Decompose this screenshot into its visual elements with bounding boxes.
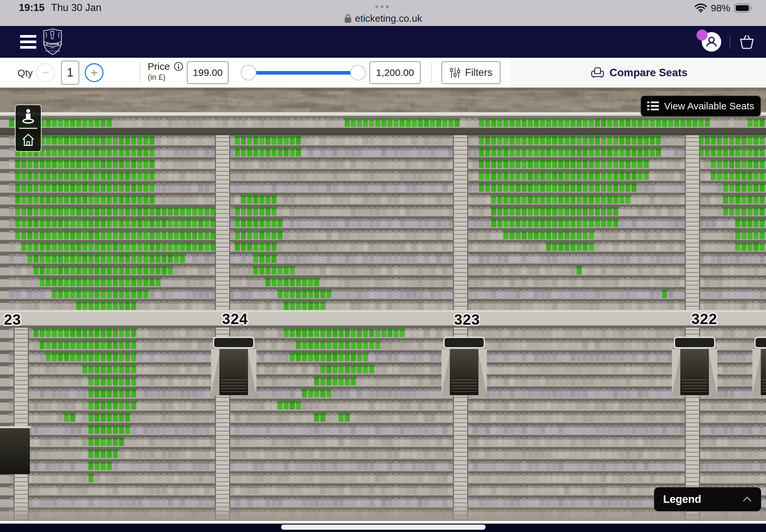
price-range-slider xyxy=(241,58,366,88)
qty-label: Qty xyxy=(18,67,33,79)
battery-icon xyxy=(734,3,753,13)
home-icon xyxy=(21,133,35,147)
min-price-input[interactable]: 199.00 xyxy=(187,61,228,84)
view-available-seats-button[interactable]: View Available Seats xyxy=(641,96,760,116)
section-label-322: 322 xyxy=(691,310,717,328)
toolbar-divider-2 xyxy=(431,62,432,83)
address-url: eticketing.co.uk xyxy=(355,13,422,24)
site-header: Everton 1878 NIL SATIS NISI OPTIMUM xyxy=(0,26,766,58)
menu-button[interactable] xyxy=(20,35,36,49)
pegman-icon xyxy=(21,108,36,125)
filters-button[interactable]: Filters xyxy=(442,61,501,84)
slider-track[interactable] xyxy=(247,71,359,75)
filter-sliders-icon xyxy=(450,67,461,79)
tab-overview-dots[interactable]: ••• xyxy=(0,1,766,12)
everton-crest-logo[interactable]: Everton 1878 NIL SATIS NISI OPTIMUM xyxy=(42,28,64,56)
page-bottom-strip xyxy=(0,521,766,524)
reset-view-button[interactable] xyxy=(16,129,41,151)
compare-seats-label: Compare Seats xyxy=(610,67,687,79)
street-view-button[interactable] xyxy=(16,105,41,128)
status-right: 98% xyxy=(695,3,753,14)
legend-label: Legend xyxy=(663,493,701,505)
crest-name-text: Everton xyxy=(46,42,59,46)
filters-label: Filters xyxy=(465,67,493,79)
notification-dot xyxy=(697,30,708,41)
header-divider xyxy=(730,34,730,49)
legend-toggle[interactable]: Legend xyxy=(654,487,761,511)
battery-percent: 98% xyxy=(711,3,730,14)
slider-handle-min[interactable] xyxy=(241,65,256,80)
address-bar[interactable]: eticketing.co.uk xyxy=(0,13,766,24)
map-controls xyxy=(15,104,42,152)
section-label-324: 324 xyxy=(222,310,248,328)
price-unit: (in £) xyxy=(148,73,183,82)
eticketing-seat-map-page: 19:15 Thu 30 Jan ••• eticketing.co.uk 98… xyxy=(0,0,766,532)
qty-minus-button[interactable]: − xyxy=(36,63,55,82)
price-label: Price xyxy=(148,61,170,72)
ticket-toolbar: Qty − 1 + Price (in £) 199.00 1,200.00 xyxy=(0,58,766,88)
chevron-up-icon xyxy=(742,496,752,502)
view-available-seats-label: View Available Seats xyxy=(664,101,754,112)
crest-year-text: 1878 xyxy=(50,47,55,49)
account-button[interactable] xyxy=(702,32,721,52)
price-label-block: Price (in £) xyxy=(148,61,183,82)
status-bar: 19:15 Thu 30 Jan ••• eticketing.co.uk 98… xyxy=(0,0,766,26)
basket-icon[interactable] xyxy=(739,34,755,50)
header-actions xyxy=(702,26,755,58)
compare-seats-button[interactable]: Compare Seats xyxy=(512,58,766,88)
crest-motto-text: NIL SATIS NISI OPTIMUM xyxy=(45,50,60,52)
horizontal-scrollbar[interactable] xyxy=(281,525,486,530)
toolbar-divider xyxy=(140,62,140,83)
slider-handle-max[interactable] xyxy=(350,65,366,80)
qty-plus-button[interactable]: + xyxy=(85,63,103,82)
lock-icon xyxy=(344,14,352,23)
bottom-bar xyxy=(0,524,766,532)
max-price-input[interactable]: 1,200.00 xyxy=(369,61,421,84)
armchair-icon xyxy=(591,66,604,79)
info-icon[interactable] xyxy=(174,62,183,71)
wifi-icon xyxy=(695,4,707,13)
section-label-323: 323 xyxy=(454,311,480,328)
section-label-clipped: 23 xyxy=(4,311,21,328)
stadium-seat-map[interactable]: View Available Seats 23 324 323 xyxy=(0,88,766,522)
qty-value[interactable]: 1 xyxy=(61,61,79,85)
list-icon xyxy=(647,101,659,111)
seat-map-canvas[interactable] xyxy=(0,88,766,522)
